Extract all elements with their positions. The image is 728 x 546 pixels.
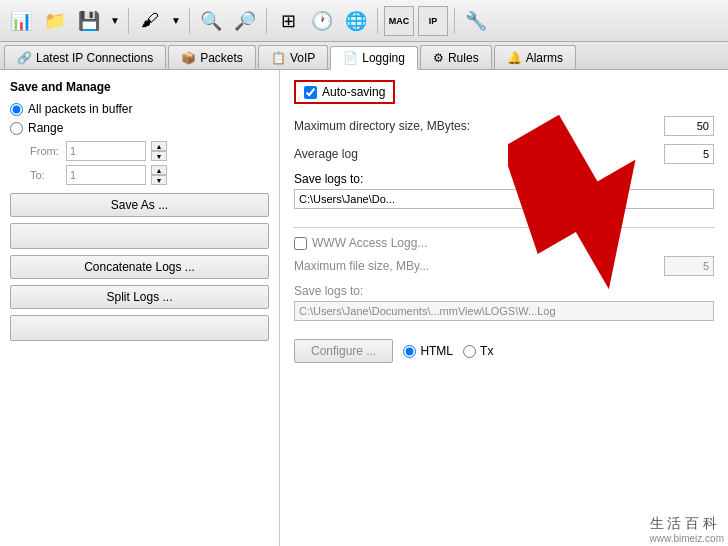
wrench-icon[interactable]: 🔧 bbox=[461, 6, 491, 36]
avg-log-label: Average log bbox=[294, 147, 658, 161]
chart-icon[interactable]: 📊 bbox=[6, 6, 36, 36]
right-panel: Auto-saving Maximum directory size, MByt… bbox=[280, 70, 728, 546]
tab-packets[interactable]: 📦 Packets bbox=[168, 45, 256, 69]
from-label: From: bbox=[30, 145, 60, 157]
watermark: 生 活 百 科 www.bimeiz.com bbox=[650, 515, 724, 544]
tab-logging-icon: 📄 bbox=[343, 51, 358, 65]
from-row: From: ▲ ▼ bbox=[30, 141, 269, 161]
max-file-line: Maximum file size, MBy... bbox=[294, 256, 714, 276]
tab-latest-ip-label: Latest IP Connections bbox=[36, 51, 153, 65]
watermark-cn: 生 活 百 科 bbox=[650, 515, 718, 531]
tab-logging-label: Logging bbox=[362, 51, 405, 65]
save-logs-path[interactable] bbox=[294, 189, 714, 209]
divider1 bbox=[294, 227, 714, 228]
folder-icon[interactable]: 📁 bbox=[40, 6, 70, 36]
tab-alarms-icon: 🔔 bbox=[507, 51, 522, 65]
from-input[interactable] bbox=[66, 141, 146, 161]
autosave-box: Auto-saving bbox=[294, 80, 395, 104]
tab-rules[interactable]: ⚙ Rules bbox=[420, 45, 492, 69]
save-icon[interactable]: 💾 bbox=[74, 6, 104, 36]
clock-icon[interactable]: 🕐 bbox=[307, 6, 337, 36]
left-panel: Save and Manage All packets in buffer Ra… bbox=[0, 70, 280, 546]
toolbar: 📊 📁 💾 ▼ 🖌 ▼ 🔍 🔎 ⊞ 🕐 🌐 MAC IP 🔧 bbox=[0, 0, 728, 42]
tab-logging[interactable]: 📄 Logging bbox=[330, 46, 418, 70]
max-dir-input[interactable] bbox=[664, 116, 714, 136]
html-radio-group: HTML bbox=[403, 344, 453, 358]
radio-group: All packets in buffer Range bbox=[10, 102, 269, 135]
tab-rules-label: Rules bbox=[448, 51, 479, 65]
tab-latest-ip[interactable]: 🔗 Latest IP Connections bbox=[4, 45, 166, 69]
to-spinner: ▲ ▼ bbox=[151, 165, 167, 185]
from-down-btn[interactable]: ▼ bbox=[151, 151, 167, 161]
concatenate-button[interactable]: Concatenate Logs ... bbox=[10, 255, 269, 279]
save-logs2-label: Save logs to: bbox=[294, 284, 363, 298]
to-down-btn[interactable]: ▼ bbox=[151, 175, 167, 185]
range-fields: From: ▲ ▼ To: ▲ ▼ bbox=[30, 141, 269, 185]
save-as-button[interactable]: Save As ... bbox=[10, 193, 269, 217]
configure-button[interactable]: Configure ... bbox=[294, 339, 393, 363]
dropdown-arrow2[interactable]: ▼ bbox=[169, 6, 183, 36]
tx-radio-label: Tx bbox=[480, 344, 493, 358]
tab-packets-icon: 📦 bbox=[181, 51, 196, 65]
separator4 bbox=[377, 8, 378, 34]
www-checkbox-row: WWW Access Logg... bbox=[294, 236, 714, 250]
html-radio-label: HTML bbox=[420, 344, 453, 358]
globe-icon[interactable]: 🌐 bbox=[341, 6, 371, 36]
grid-icon[interactable]: ⊞ bbox=[273, 6, 303, 36]
tabs-bar: 🔗 Latest IP Connections 📦 Packets 📋 VoIP… bbox=[0, 42, 728, 70]
save-logs2-label-row: Save logs to: bbox=[294, 284, 714, 298]
watermark-url: www.bimeiz.com bbox=[650, 533, 724, 544]
search-icon[interactable]: 🔍 bbox=[196, 6, 226, 36]
to-up-btn[interactable]: ▲ bbox=[151, 165, 167, 175]
tab-alarms-label: Alarms bbox=[526, 51, 563, 65]
tab-packets-label: Packets bbox=[200, 51, 243, 65]
autosave-checkbox[interactable] bbox=[304, 86, 317, 99]
radio-range-item: Range bbox=[10, 121, 269, 135]
brush-icon[interactable]: 🖌 bbox=[135, 6, 165, 36]
to-input[interactable] bbox=[66, 165, 146, 185]
radio-all-input[interactable] bbox=[10, 103, 23, 116]
tab-voip[interactable]: 📋 VoIP bbox=[258, 45, 328, 69]
max-file-label: Maximum file size, MBy... bbox=[294, 259, 658, 273]
split-button[interactable]: Split Logs ... bbox=[10, 285, 269, 309]
radio-range-input[interactable] bbox=[10, 122, 23, 135]
tx-radio[interactable] bbox=[463, 345, 476, 358]
bottom-row: Configure ... HTML Tx bbox=[294, 339, 714, 363]
max-file-input[interactable] bbox=[664, 256, 714, 276]
separator3 bbox=[266, 8, 267, 34]
to-row: To: ▲ ▼ bbox=[30, 165, 269, 185]
to-label: To: bbox=[30, 169, 60, 181]
blank-button-2 bbox=[10, 315, 269, 341]
radio-all-item: All packets in buffer bbox=[10, 102, 269, 116]
save-logs2-path[interactable] bbox=[294, 301, 714, 321]
search2-icon[interactable]: 🔎 bbox=[230, 6, 260, 36]
from-spinner: ▲ ▼ bbox=[151, 141, 167, 161]
save-logs-label: Save logs to: bbox=[294, 172, 363, 186]
save-logs-label-row: Save logs to: bbox=[294, 172, 714, 186]
tx-radio-group: Tx bbox=[463, 344, 493, 358]
avg-log-input[interactable] bbox=[664, 144, 714, 164]
max-dir-label: Maximum directory size, MBytes: bbox=[294, 119, 658, 133]
blank-button-1 bbox=[10, 223, 269, 249]
section-title: Save and Manage bbox=[10, 80, 269, 94]
ip-label[interactable]: IP bbox=[418, 6, 448, 36]
radio-range-label: Range bbox=[28, 121, 63, 135]
tab-rules-icon: ⚙ bbox=[433, 51, 444, 65]
www-checkbox[interactable] bbox=[294, 237, 307, 250]
separator5 bbox=[454, 8, 455, 34]
separator2 bbox=[189, 8, 190, 34]
html-radio[interactable] bbox=[403, 345, 416, 358]
dropdown-arrow1[interactable]: ▼ bbox=[108, 6, 122, 36]
mac-label[interactable]: MAC bbox=[384, 6, 414, 36]
radio-all-label: All packets in buffer bbox=[28, 102, 133, 116]
www-label: WWW Access Logg... bbox=[312, 236, 427, 250]
tab-voip-icon: 📋 bbox=[271, 51, 286, 65]
from-up-btn[interactable]: ▲ bbox=[151, 141, 167, 151]
max-dir-line: Maximum directory size, MBytes: bbox=[294, 116, 714, 136]
main-content: Save and Manage All packets in buffer Ra… bbox=[0, 70, 728, 546]
tab-voip-label: VoIP bbox=[290, 51, 315, 65]
autosave-label: Auto-saving bbox=[322, 85, 385, 99]
tab-alarms[interactable]: 🔔 Alarms bbox=[494, 45, 576, 69]
avg-log-line: Average log bbox=[294, 144, 714, 164]
separator1 bbox=[128, 8, 129, 34]
